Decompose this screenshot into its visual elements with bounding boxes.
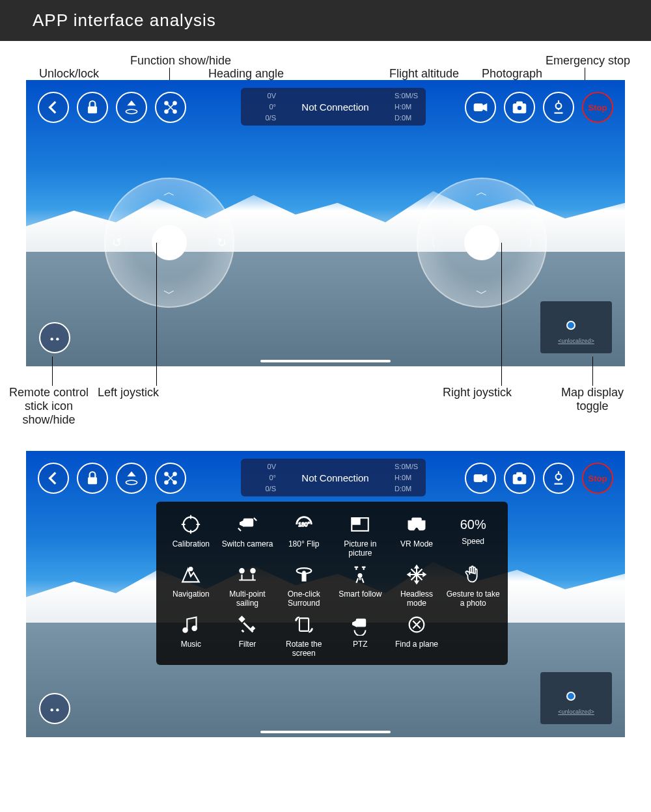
function-panel: Calibration Switch camera 180°180° Flip … <box>156 502 508 665</box>
svg-point-32 <box>251 569 255 573</box>
svg-point-12 <box>56 338 59 340</box>
func-music[interactable]: Music <box>164 614 218 658</box>
takeoff-button[interactable] <box>116 463 147 494</box>
svg-point-30 <box>189 567 193 571</box>
telemetry-left: 0V 0° 0/S <box>241 88 280 126</box>
svg-point-21 <box>517 476 522 481</box>
telemetry-right: S:0M/S H:0M D:0M <box>391 459 426 496</box>
emergency-stop-button[interactable]: Stop <box>582 92 613 123</box>
func-speed[interactable]: 60%Speed <box>446 513 500 558</box>
map-position-dot <box>566 692 575 701</box>
telemetry-altitude: H:0M <box>395 103 422 111</box>
top-right-icons: Stop <box>465 92 613 123</box>
func-ptz[interactable]: PTZ <box>333 614 387 658</box>
svg-rect-6 <box>474 104 482 111</box>
chevron-left-icon: 〈 <box>424 235 436 250</box>
svg-rect-29 <box>412 518 421 521</box>
func-smart-follow[interactable]: Smart follow <box>333 563 387 608</box>
chevron-up-icon: ︿ <box>476 184 488 200</box>
svg-rect-19 <box>474 475 482 482</box>
svg-point-8 <box>517 105 522 111</box>
func-flip-180[interactable]: 180°180° Flip <box>277 513 331 558</box>
label-map-toggle: Map display toggle <box>547 386 638 413</box>
func-gesture-photo[interactable]: Gesture to take a photo <box>446 563 500 608</box>
one-key-return-button[interactable] <box>543 463 574 494</box>
speed-value: 60% <box>460 517 486 532</box>
video-button[interactable] <box>465 92 496 123</box>
svg-point-36 <box>358 574 362 578</box>
return-button[interactable] <box>38 463 69 494</box>
map-position-dot <box>566 321 575 330</box>
minimap-toggle[interactable]: <unlocalized> <box>540 672 612 724</box>
home-indicator <box>260 360 391 362</box>
takeoff-button[interactable] <box>116 92 147 123</box>
telemetry-satellites: 0/S <box>245 114 276 122</box>
func-switch-camera[interactable]: Switch camera <box>221 513 275 558</box>
func-rotate-screen[interactable]: Rotate the screen <box>277 614 331 658</box>
svg-point-23 <box>556 474 562 480</box>
chevron-right-icon: 〉 <box>527 235 539 250</box>
svg-rect-22 <box>517 472 523 475</box>
remote-stick-toggle[interactable] <box>39 693 70 724</box>
label-photograph: Photograph <box>482 67 542 81</box>
lock-button[interactable] <box>77 92 108 123</box>
right-joystick[interactable]: ︿ ﹀ 〈 〉 <box>417 178 547 308</box>
svg-rect-39 <box>299 618 309 631</box>
svg-rect-34 <box>302 574 306 581</box>
top-right-icons: Stop <box>465 463 613 494</box>
svg-point-10 <box>556 103 562 109</box>
photograph-button[interactable] <box>504 463 535 494</box>
func-pip[interactable]: Picture in picture <box>333 513 387 558</box>
app-screenshot-functions: 0V 0° 0/S Not Connection S:0M/S H:0M D:0… <box>26 451 625 737</box>
remote-stick-toggle[interactable] <box>39 322 70 353</box>
app-screenshot-main: 0V 0° 0/S Not Connection S:0M/S H:0M D:0… <box>26 80 625 366</box>
func-filter[interactable]: Filter <box>221 614 275 658</box>
func-vr-mode[interactable]: VR Mode <box>390 513 444 558</box>
func-calibration[interactable]: Calibration <box>164 513 218 558</box>
function-button[interactable] <box>155 92 186 123</box>
label-left-joystick: Left joystick <box>98 386 159 399</box>
emergency-stop-button[interactable]: Stop <box>582 463 613 494</box>
label-function-show-hide: Function show/hide <box>130 54 231 68</box>
return-button[interactable] <box>38 92 69 123</box>
video-button[interactable] <box>465 463 496 494</box>
top-left-icons <box>38 92 186 123</box>
func-empty <box>446 614 500 658</box>
telemetry-status: Not Connection <box>280 88 391 126</box>
joystick-knob[interactable] <box>152 225 187 260</box>
function-button[interactable] <box>155 463 186 494</box>
svg-rect-28 <box>353 519 360 525</box>
label-flight-altitude: Flight altitude <box>389 67 459 81</box>
chevron-down-icon: ﹀ <box>163 286 175 301</box>
func-navigation[interactable]: Navigation <box>164 563 218 608</box>
minimap-text: <unlocalized> <box>540 338 612 344</box>
lock-button[interactable] <box>77 463 108 494</box>
page-title-bar: APP interface analysis <box>0 0 651 41</box>
svg-point-11 <box>51 338 53 340</box>
label-heading-angle: Heading angle <box>208 67 284 81</box>
chevron-up-icon: ︿ <box>163 184 175 200</box>
bottom-annotations: Remote control stick icon show/hide Left… <box>0 379 651 444</box>
func-one-click-surround[interactable]: One-click Surround <box>277 563 331 608</box>
joystick-knob[interactable] <box>464 225 499 260</box>
func-multi-point[interactable]: Multi-point sailing <box>221 563 275 608</box>
svg-point-37 <box>183 628 187 632</box>
top-left-icons <box>38 463 186 494</box>
svg-point-38 <box>192 626 197 630</box>
one-key-return-button[interactable] <box>543 92 574 123</box>
telemetry-right: S:0M/S H:0M D:0M <box>391 88 426 126</box>
svg-point-42 <box>51 709 53 711</box>
svg-rect-0 <box>89 107 97 113</box>
label-remote-stick: Remote control stick icon show/hide <box>7 386 91 427</box>
telemetry-heading: 0° <box>245 103 276 111</box>
svg-rect-9 <box>517 102 523 104</box>
svg-rect-40 <box>357 619 366 627</box>
func-find-plane[interactable]: Find a plane <box>390 614 444 658</box>
func-headless-mode[interactable]: Headless mode <box>390 563 444 608</box>
minimap-toggle[interactable]: <unlocalized> <box>540 301 612 353</box>
left-joystick[interactable]: ︿ ﹀ ↺ ↻ <box>104 178 234 308</box>
photograph-button[interactable] <box>504 92 535 123</box>
svg-point-14 <box>126 480 137 485</box>
svg-text:180°: 180° <box>298 521 310 528</box>
telemetry-left: 0V 0° 0/S <box>241 459 280 496</box>
